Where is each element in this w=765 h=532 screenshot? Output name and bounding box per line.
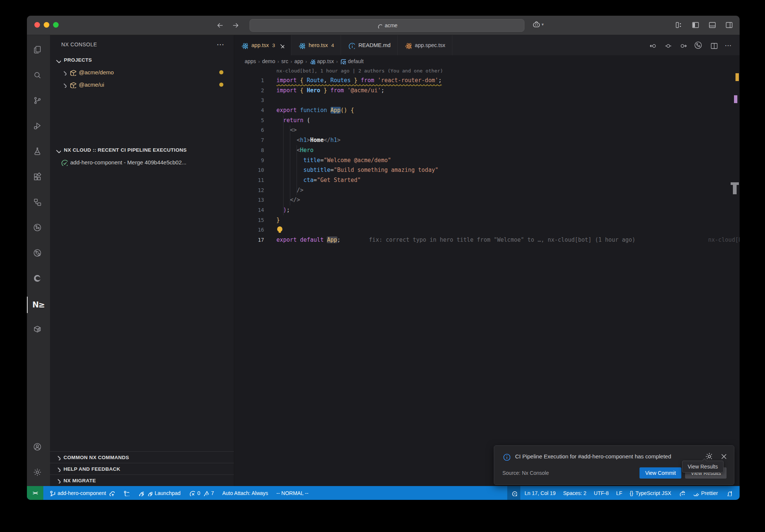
breadcrumb-separator: › — [258, 59, 260, 64]
remote-indicator[interactable]: >< — [27, 486, 43, 500]
chevron-right-icon — [55, 477, 61, 483]
copilot-menu-button[interactable]: ▾ — [532, 20, 544, 28]
zoom-indicator[interactable] — [507, 486, 520, 500]
prettier-item[interactable]: Prettier — [689, 486, 721, 500]
code-line-10[interactable]: 10 subtitle="Build something amazing tod… — [234, 165, 740, 175]
pipeline-execution-item[interactable]: add-hero-component - Merge 409b44e5cb02.… — [50, 156, 234, 168]
activity-item-explorer[interactable] — [27, 38, 50, 64]
code-line-3[interactable]: 3 — [234, 95, 740, 105]
code-token — [276, 187, 297, 194]
more-actions-icon[interactable]: ⋯ — [217, 40, 225, 49]
eol-item[interactable]: LF — [613, 486, 625, 500]
code-line-8[interactable]: 8 <Hero — [234, 145, 740, 155]
activity-item-references[interactable] — [27, 191, 50, 216]
code-line-1[interactable]: 1import { Route, Routes } from 'react-ro… — [234, 75, 740, 86]
activity-item-gitlens[interactable] — [27, 216, 50, 241]
toggle-primary-sidebar-icon[interactable] — [691, 21, 700, 30]
toggle-panel-icon[interactable] — [708, 21, 717, 30]
notification-settings-gear-icon[interactable] — [705, 452, 712, 459]
activity-item-edge-browser[interactable] — [27, 267, 50, 292]
encoding-item[interactable]: UTF-8 — [591, 486, 612, 500]
status-text: Spaces: 2 — [563, 490, 586, 496]
forward-icon[interactable] — [231, 21, 240, 30]
quick-fix-lightbulb-icon[interactable] — [277, 226, 282, 232]
launchpad-item[interactable]: Launchpad — [134, 486, 184, 500]
status-text: Auto Attach: Always — [222, 490, 268, 496]
tab-problems-badge: 3 — [272, 43, 275, 48]
editor-more-actions-icon[interactable]: ⋯ — [725, 41, 732, 50]
project-item-1[interactable]: @acme/ui — [50, 78, 234, 91]
breadcrumb-item-app.tsx[interactable]: app.tsx — [309, 58, 334, 64]
activity-item-accounts[interactable] — [27, 435, 50, 461]
indentation-item[interactable]: Spaces: 2 — [560, 486, 590, 500]
breadcrumb-item-app[interactable]: app — [294, 58, 303, 64]
tab-hero.tsx[interactable]: hero.tsx4 — [291, 35, 341, 55]
activity-item-testing[interactable] — [27, 140, 50, 165]
breadcrumb-item-apps[interactable]: apps — [245, 58, 256, 64]
code-line-6[interactable]: 6 <> — [234, 125, 740, 135]
code-line-text: import { Route, Routes } from 'react-rou… — [276, 75, 740, 86]
activity-item-containers[interactable] — [27, 318, 50, 343]
code-line-5[interactable]: 5 return ( — [234, 115, 740, 126]
commit-graph-icon[interactable] — [694, 41, 703, 50]
close-window-button[interactable] — [34, 22, 40, 28]
cursor-position-item[interactable]: Ln 17, Col 19 — [521, 486, 559, 500]
gitlens-back-commit-icon[interactable] — [649, 41, 657, 49]
activity-item-settings[interactable] — [27, 461, 50, 486]
activity-item-nx-console[interactable]: N≥ — [27, 292, 50, 318]
code-line-15[interactable]: 15} — [234, 215, 740, 225]
language-item[interactable]: {}TypeScript JSX — [626, 486, 675, 500]
notifications-bell[interactable] — [722, 486, 735, 500]
activity-item-extensions[interactable] — [27, 165, 50, 191]
split-editor-icon[interactable] — [710, 41, 718, 49]
code-line-12[interactable]: 12 /> — [234, 185, 740, 195]
auto-attach-item[interactable]: Auto Attach: Always — [219, 486, 272, 500]
vim-mode-item[interactable]: -- NORMAL -- — [273, 486, 312, 500]
breadcrumb-item-default[interactable]: default — [340, 58, 363, 64]
section-nx-cloud[interactable]: NX CLOUD :: RECENT CI PIPELINE EXECUTION… — [50, 144, 234, 156]
code-line-11[interactable]: 11 cta="Get Started" — [234, 175, 740, 185]
back-icon[interactable] — [216, 21, 224, 30]
section-projects[interactable]: PROJECTS — [50, 54, 234, 66]
maximize-window-button[interactable] — [53, 22, 59, 28]
section-nx-migrate[interactable]: NX MIGRATE — [50, 474, 234, 486]
code-line-16[interactable]: 16 — [234, 225, 740, 235]
activity-item-search[interactable] — [27, 64, 50, 89]
code-token: export — [276, 236, 297, 243]
search-icon — [377, 23, 382, 28]
tab-README.md[interactable]: README.md — [341, 35, 397, 55]
section-common-nx-commands[interactable]: COMMON NX COMMANDS — [50, 451, 234, 463]
project-item-0[interactable]: @acme/demo — [50, 66, 234, 78]
code-line-9[interactable]: 9 title="Welcome @acme/demo" — [234, 155, 740, 166]
git-branch-item[interactable]: add-hero-component — [46, 486, 118, 500]
git-compare-item[interactable] — [120, 486, 133, 500]
breadcrumb-item-src[interactable]: src — [281, 58, 288, 64]
notification-close-icon[interactable] — [719, 452, 727, 459]
tab-app.tsx[interactable]: app.tsx3 — [234, 35, 291, 55]
code-line-17[interactable]: 17export default App;fix: correct typo i… — [234, 235, 740, 245]
tab-app.spec.tsx[interactable]: app.spec.tsx — [398, 35, 452, 55]
customize-layout-icon[interactable] — [674, 21, 683, 30]
toggle-secondary-sidebar-icon[interactable] — [725, 21, 734, 30]
minimize-window-button[interactable] — [44, 22, 49, 28]
activity-item-gitlens-inspect[interactable] — [27, 241, 50, 267]
section-help-and-feedback[interactable]: HELP AND FEEDBACK — [50, 463, 234, 474]
belldot-icon — [725, 490, 732, 496]
activity-item-source-control[interactable] — [27, 89, 50, 114]
problems-item[interactable]: 07 — [185, 486, 217, 500]
activity-item-run-and-debug[interactable] — [27, 114, 50, 140]
gitlens-forward-commit-icon[interactable] — [679, 41, 687, 49]
code-line-text: export function App() { — [276, 105, 740, 115]
code-line-13[interactable]: 13 </> — [234, 195, 740, 205]
code-line-2[interactable]: 2import { Hero } from '@acme/ui'; — [234, 86, 740, 96]
gitlens-current-commit-icon[interactable] — [664, 41, 672, 49]
view-commit-button[interactable]: View Commit — [639, 467, 681, 479]
copilot-item[interactable] — [675, 486, 688, 500]
code-line-7[interactable]: 7 <h1>Home</h1> — [234, 135, 740, 145]
gitlens-codelens-blame[interactable]: nx-cloud[bot], 1 hour ago | 2 authors (Y… — [276, 68, 443, 74]
breadcrumb-item-demo[interactable]: demo — [262, 58, 275, 64]
code-editor[interactable]: nx-cloud[bot], 1 hour ago | 2 authors (Y… — [234, 67, 740, 486]
code-line-4[interactable]: 4export function App() { — [234, 105, 740, 115]
code-line-14[interactable]: 14 ); — [234, 205, 740, 215]
command-center-search[interactable]: acme — [250, 19, 524, 32]
